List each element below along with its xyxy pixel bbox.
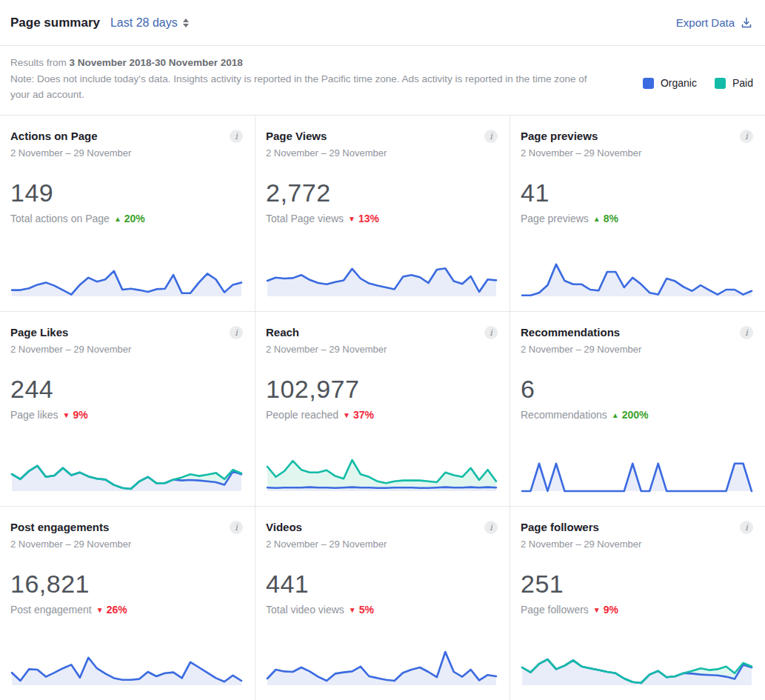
info-icon[interactable]: i (484, 326, 498, 339)
change-percent: 13% (358, 213, 379, 224)
card-value: 2,772 (266, 179, 498, 207)
metric-card[interactable]: Page followers i 2 November – 29 Novembe… (510, 506, 765, 700)
organic-swatch-icon (643, 78, 654, 89)
card-value: 16,821 (10, 570, 243, 599)
metric-card[interactable]: Page previews i 2 November – 29 November… (510, 115, 765, 311)
card-value: 244 (10, 375, 243, 404)
metric-card[interactable]: Recommendations i 2 November – 29 Novemb… (510, 311, 765, 506)
info-icon[interactable]: i (230, 326, 243, 339)
change-percent: 26% (107, 604, 127, 616)
card-title: Page followers (521, 521, 740, 533)
sparkline-chart (521, 637, 753, 687)
card-title: Page Likes (10, 326, 230, 339)
card-date-range: 2 November – 29 November (266, 147, 498, 159)
legend-paid-label: Paid (732, 77, 753, 89)
results-date-range: 3 November 2018-30 November 2018 (70, 57, 243, 68)
change-percent: 37% (353, 409, 374, 421)
info-icon[interactable]: i (230, 130, 243, 143)
card-value: 6 (521, 375, 753, 404)
info-icon[interactable]: i (484, 521, 498, 534)
card-metric-label: Total Page views (266, 213, 344, 224)
card-metric-label: Post engagement (10, 604, 92, 616)
export-data-button[interactable]: Export Data (676, 16, 753, 30)
info-icon-glyph: i (490, 523, 492, 532)
change-percent: 20% (124, 213, 145, 224)
card-value: 41 (521, 179, 753, 207)
card-date-range: 2 November – 29 November (10, 539, 243, 550)
card-change-badge: ▼ 9% (593, 604, 618, 616)
info-icon-glyph: i (745, 523, 748, 532)
results-range-line: Results from 3 November 2018-30 November… (10, 57, 765, 68)
change-percent: 9% (604, 604, 618, 616)
sparkline-chart (266, 248, 498, 299)
card-change-badge: ▼ 37% (343, 409, 374, 421)
card-metric-label: People reached (266, 409, 338, 421)
metric-card[interactable]: Page Views i 2 November – 29 November 2,… (255, 115, 510, 311)
trend-arrow-icon: ▼ (349, 606, 356, 614)
card-title: Recommendations (521, 326, 740, 339)
sparkline-chart (10, 637, 243, 687)
metric-card[interactable]: Actions on Page i 2 November – 29 Novemb… (0, 115, 255, 311)
download-icon (740, 16, 753, 30)
paid-swatch-icon (715, 78, 726, 89)
chart-legend: Organic Paid (643, 77, 753, 89)
metric-card[interactable]: Videos i 2 November – 29 November 441 To… (255, 506, 510, 700)
timezone-note: Note: Does not include today's data. Ins… (10, 71, 601, 102)
info-icon[interactable]: i (230, 521, 243, 534)
card-value: 149 (10, 179, 243, 207)
report-meta: Results from 3 November 2018-30 November… (0, 46, 765, 115)
card-title: Page previews (521, 130, 740, 142)
card-title: Videos (266, 521, 484, 533)
card-change-badge: ▼ 9% (63, 409, 88, 421)
chevron-updown-icon (183, 19, 189, 27)
card-date-range: 2 November – 29 November (521, 344, 753, 355)
card-metric-label: Total actions on Page (10, 213, 110, 224)
card-change-badge: ▲ 200% (612, 409, 649, 421)
card-date-range: 2 November – 29 November (266, 539, 498, 550)
change-percent: 5% (359, 604, 374, 616)
card-value: 441 (266, 570, 498, 599)
card-metric-label: Recommendations (521, 409, 607, 421)
card-date-range: 2 November – 29 November (10, 344, 243, 355)
metric-card[interactable]: Post engagements i 2 November – 29 Novem… (0, 506, 255, 700)
card-value: 251 (521, 570, 753, 599)
info-icon-glyph: i (235, 132, 238, 141)
metric-card[interactable]: Reach i 2 November – 29 November 102,977… (255, 311, 510, 506)
info-icon-glyph: i (235, 328, 238, 337)
sparkline-chart (266, 637, 498, 687)
card-date-range: 2 November – 29 November (10, 147, 243, 159)
cards-grid: Actions on Page i 2 November – 29 Novemb… (0, 115, 765, 700)
date-range-selector[interactable]: Last 28 days (110, 16, 189, 30)
sparkline-chart (10, 248, 243, 299)
card-change-badge: ▼ 5% (349, 604, 374, 616)
info-icon[interactable]: i (740, 130, 753, 143)
card-change-badge: ▲ 20% (114, 213, 145, 224)
info-icon[interactable]: i (740, 521, 753, 534)
metric-card[interactable]: Page Likes i 2 November – 29 November 24… (0, 311, 255, 506)
info-icon-glyph: i (490, 328, 492, 337)
export-data-label: Export Data (676, 16, 735, 29)
info-icon-glyph: i (745, 328, 748, 337)
change-percent: 8% (604, 213, 618, 224)
info-icon-glyph: i (235, 523, 238, 532)
card-change-badge: ▼ 13% (348, 213, 379, 224)
card-date-range: 2 November – 29 November (521, 147, 753, 159)
trend-arrow-icon: ▲ (612, 411, 619, 419)
info-icon[interactable]: i (484, 130, 498, 143)
trend-arrow-icon: ▼ (348, 215, 355, 223)
change-percent: 200% (622, 409, 649, 421)
legend-organic-label: Organic (661, 77, 697, 89)
card-title: Reach (266, 326, 484, 339)
card-date-range: 2 November – 29 November (521, 539, 753, 550)
sparkline-chart (521, 248, 753, 299)
card-title: Page Views (266, 130, 484, 142)
card-title: Post engagements (10, 521, 230, 533)
trend-arrow-icon: ▲ (593, 215, 601, 223)
card-metric-label: Page previews (521, 213, 589, 224)
card-metric-label: Page followers (521, 604, 589, 616)
results-prefix: Results from (10, 57, 67, 68)
date-range-label: Last 28 days (110, 16, 178, 30)
sparkline-chart (266, 443, 498, 493)
info-icon[interactable]: i (740, 326, 753, 339)
card-metric-label: Page likes (10, 409, 59, 421)
